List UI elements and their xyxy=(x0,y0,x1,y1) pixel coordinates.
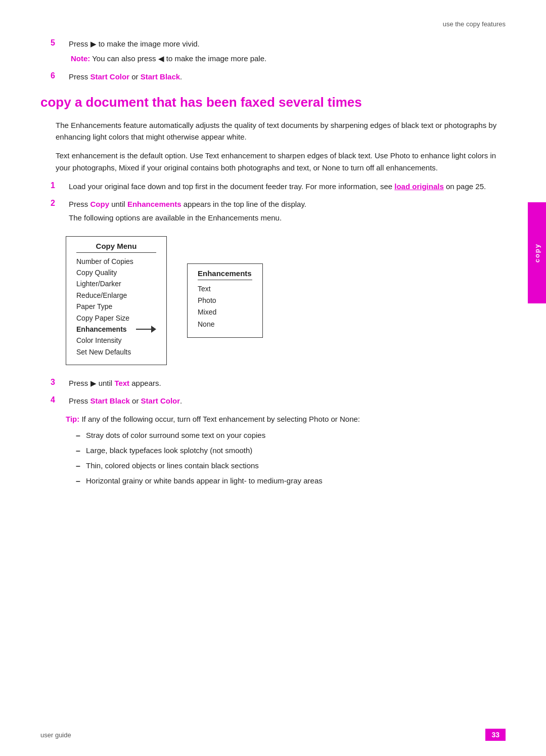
copy-menu-item-4: Reduce/Enlarge xyxy=(76,290,156,301)
step-4-number: 4 xyxy=(51,395,65,405)
bullet-item-4: – Horizontal grainy or white bands appea… xyxy=(76,475,506,487)
step-2-subtext: The following options are available in t… xyxy=(69,212,506,224)
side-tab-text: copy xyxy=(533,243,541,262)
header-text: use the copy features xyxy=(443,20,506,28)
footer-left: user guide xyxy=(40,731,71,739)
bullet-item-3: – Thin, colored objects or lines contain… xyxy=(76,460,506,472)
start-color-ref: Start Color xyxy=(90,72,130,81)
arrow-line xyxy=(136,329,151,330)
copy-menu-item-2: Copy Quality xyxy=(76,267,156,278)
page-container: use the copy features 5 Press ▶ to make … xyxy=(0,0,546,756)
step-1: 1 Load your original face down and top f… xyxy=(51,181,506,192)
enhancements-item-3: Mixed xyxy=(198,306,252,318)
step-3: 3 Press ▶ until Text appears. xyxy=(51,377,506,389)
top-header: use the copy features xyxy=(40,20,506,28)
enhancements-link: Enhancements xyxy=(127,200,181,208)
step-2: 2 Press Copy until Enhancements appears … xyxy=(51,198,506,224)
step-5: 5 Press ▶ to make the image more vivid. xyxy=(51,38,506,50)
step-5-number: 5 xyxy=(51,38,65,48)
load-originals-link[interactable]: load originals xyxy=(394,182,444,191)
copy-link: Copy xyxy=(90,200,110,208)
copy-menu-box: Copy Menu Number of Copies Copy Quality … xyxy=(66,236,167,366)
bullet-dash-3: – xyxy=(76,460,86,472)
tip-block: Tip: If any of the following occur, turn… xyxy=(66,413,506,425)
enhancements-item-1: Text xyxy=(198,283,252,295)
enhancements-item-4: None xyxy=(198,319,252,330)
copy-menu-item-6: Copy Paper Size xyxy=(76,313,156,324)
tip-text: If any of the following occur, turn off … xyxy=(81,415,360,423)
diagram-container: Copy Menu Number of Copies Copy Quality … xyxy=(66,236,506,366)
note-block: Note: You can also press ◀ to make the i… xyxy=(71,53,506,64)
side-tab-wrapper: copy xyxy=(528,202,546,303)
copy-menu-item-3: Lighter/Darker xyxy=(76,278,156,289)
bullet-item-2: – Large, black typefaces look splotchy (… xyxy=(76,445,506,457)
numbered-steps: 1 Load your original face down and top f… xyxy=(51,181,506,224)
step-6: 6 Press Start Color or Start Black. xyxy=(51,71,506,82)
body-para-1: The Enhancements feature automatically a… xyxy=(56,119,506,143)
footer-right: 33 xyxy=(485,729,506,741)
bullet-text-1: Stray dots of color surround some text o… xyxy=(86,430,506,441)
body-para-2: Text enhancement is the default option. … xyxy=(56,150,506,173)
copy-menu-item-9: Set New Defaults xyxy=(76,346,156,358)
enhancements-row: Enhancements xyxy=(76,324,156,335)
copy-menu-item-7: Enhancements xyxy=(76,324,127,335)
start-color-4: Start Color xyxy=(141,396,180,405)
step-1-text: Load your original face down and top fir… xyxy=(69,181,506,192)
bullet-dash-4: – xyxy=(76,475,86,487)
step-6-number: 6 xyxy=(51,71,65,80)
step-3-text: Press ▶ until Text appears. xyxy=(69,377,506,389)
step-2-number: 2 xyxy=(51,199,65,208)
page-footer: user guide 33 xyxy=(0,729,546,741)
bullet-text-3: Thin, colored objects or lines contain b… xyxy=(86,460,506,472)
start-black-4: Start Black xyxy=(90,396,130,405)
bullet-text-4: Horizontal grainy or white bands appear … xyxy=(86,475,506,487)
copy-menu-item-8: Color Intensity xyxy=(76,335,156,346)
copy-menu-item-1: Number of Copies xyxy=(76,256,156,267)
text-highlight: Text xyxy=(114,379,129,387)
arrow-head xyxy=(151,326,156,333)
step-5-text: Press ▶ to make the image more vivid. xyxy=(69,38,506,50)
step-6-text: Press Start Color or Start Black. xyxy=(69,71,506,82)
menu-arrow xyxy=(136,326,156,333)
enhancements-item-2: Photo xyxy=(198,295,252,306)
bullet-list: – Stray dots of color surround some text… xyxy=(76,430,506,487)
bullet-dash-1: – xyxy=(76,430,86,442)
bullet-dash-2: – xyxy=(76,445,86,457)
note-text: You can also press ◀ to make the image m… xyxy=(92,54,266,63)
tip-label: Tip: xyxy=(66,415,79,423)
step-3-number: 3 xyxy=(51,378,65,387)
step-4-text: Press Start Black or Start Color. xyxy=(69,395,506,407)
step-2-text: Press Copy until Enhancements appears in… xyxy=(69,198,506,210)
bullet-item-1: – Stray dots of color surround some text… xyxy=(76,430,506,442)
start-black-ref: Start Black xyxy=(141,72,180,81)
step-1-number: 1 xyxy=(51,181,65,190)
steps-3-4: 3 Press ▶ until Text appears. 4 Press St… xyxy=(51,377,506,407)
enhancements-title: Enhancements xyxy=(198,269,252,280)
step-4: 4 Press Start Black or Start Color. xyxy=(51,395,506,407)
enhancements-box: Enhancements Text Photo Mixed None xyxy=(187,263,263,337)
note-label: Note: xyxy=(71,54,90,63)
bullet-text-2: Large, black typefaces look splotchy (no… xyxy=(86,445,506,457)
copy-menu-title: Copy Menu xyxy=(76,242,156,253)
section-heading: copy a document that has been faxed seve… xyxy=(40,95,506,110)
copy-menu-item-5: Paper Type xyxy=(76,301,156,312)
